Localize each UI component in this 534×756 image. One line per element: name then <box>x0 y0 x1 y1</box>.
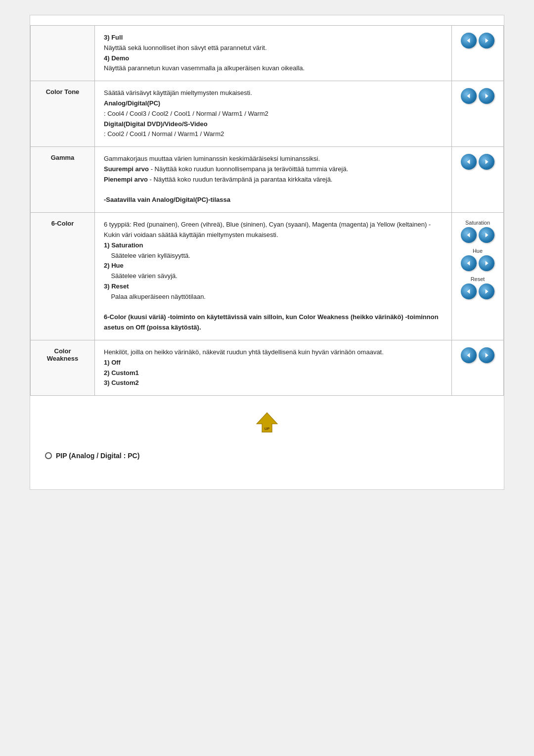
svg-marker-11 <box>486 289 489 294</box>
row-label-6color: 6-Color <box>31 213 95 340</box>
main-table: 3) Full Näyttää sekä luonnolliset ihon s… <box>30 25 504 396</box>
control-group-reset: Reset <box>461 276 494 299</box>
hue-control-label: Hue <box>473 248 483 254</box>
page: 3) Full Näyttää sekä luonnolliset ihon s… <box>30 15 504 490</box>
row-controls-color-weakness <box>452 340 504 395</box>
color-tone-analog-heading: Analog/Digital(PC) <box>104 99 160 107</box>
6color-saturation-desc: Säätelee värien kylläisyyttä. <box>104 252 190 259</box>
table-row: Color Tone Säätää värisävyt käyttäjän mi… <box>31 81 504 147</box>
btn-next-gamma[interactable] <box>479 154 494 170</box>
demo-heading: 4) Demo <box>104 54 129 62</box>
svg-marker-13 <box>486 353 489 358</box>
svg-marker-8 <box>467 261 470 266</box>
btn-pair-gamma <box>461 154 494 170</box>
row-content-6color: 6 tyyppiä: Red (punainen), Green (vihreä… <box>95 213 452 340</box>
svg-marker-1 <box>486 38 489 43</box>
row-content-color-tone: Säätää värisävyt käyttäjän mieltymysten … <box>95 81 452 147</box>
row-content-full-demo: 3) Full Näyttää sekä luonnolliset ihon s… <box>95 26 452 81</box>
svg-marker-6 <box>467 233 470 237</box>
btn-prev-gamma[interactable] <box>461 154 477 170</box>
svg-text:UP: UP <box>265 426 269 431</box>
row-controls-6color: Saturation Hue <box>452 213 504 340</box>
color-weakness-off: 1) Off <box>104 359 121 366</box>
svg-marker-2 <box>467 94 470 98</box>
6color-hue-heading: 2) Hue <box>104 262 124 269</box>
pip-circle-icon <box>45 452 52 459</box>
pip-label: PIP (Analog / Digital : PC) <box>45 452 489 460</box>
color-tone-label: Color Tone <box>46 88 80 95</box>
demo-desc: Näyttää parannetun kuvan vasemmalla ja a… <box>104 64 305 72</box>
row-content-color-weakness: Henkilöt, joilla on heikko värinäkö, näk… <box>95 340 452 395</box>
row-label-color-tone: Color Tone <box>31 81 95 147</box>
btn-next-saturation[interactable] <box>479 227 494 243</box>
btn-pair-full-demo <box>461 33 494 48</box>
control-group-hue: Hue <box>461 248 494 271</box>
btn-pair-saturation <box>461 227 494 243</box>
svg-marker-7 <box>486 233 489 237</box>
btn-prev-saturation[interactable] <box>461 227 477 243</box>
controls-6color-group: Saturation Hue <box>461 220 494 299</box>
gamma-desc1: Gammakorjaus muuttaa värien luminanssin … <box>104 155 320 162</box>
up-icon-section: UP <box>30 411 504 437</box>
color-weakness-custom1: 2) Custom1 <box>104 369 139 377</box>
pip-text: PIP (Analog / Digital : PC) <box>56 452 139 460</box>
svg-marker-9 <box>486 261 489 266</box>
btn-prev-reset[interactable] <box>461 284 477 299</box>
row-controls-gamma <box>452 147 504 213</box>
table-row: 3) Full Näyttää sekä luonnolliset ihon s… <box>31 26 504 81</box>
6color-reset-desc: Palaa alkuperäiseen näyttötilaan. <box>104 293 206 300</box>
color-tone-analog-values: : Cool4 / Cool3 / Cool2 / Cool1 / Normal… <box>104 110 268 117</box>
table-row: 6-Color 6 tyyppiä: Red (punainen), Green… <box>31 213 504 340</box>
btn-prev-color-tone[interactable] <box>461 88 477 104</box>
row-label-color-weakness: Color Weakness <box>31 340 95 395</box>
6color-hue-desc: Säätelee värien sävyjä. <box>104 272 178 280</box>
btn-pair-color-weakness <box>461 347 494 363</box>
6color-desc: 6 tyyppiä: Red (punainen), Green (vihreä… <box>104 221 431 238</box>
up-icon[interactable]: UP <box>255 411 279 435</box>
row-controls-color-tone <box>452 81 504 147</box>
btn-next-reset[interactable] <box>479 284 494 299</box>
row-controls-full-demo <box>452 26 504 81</box>
row-content-gamma: Gammakorjaus muuttaa värien luminanssin … <box>95 147 452 213</box>
full-heading: 3) Full <box>104 34 123 41</box>
color-weakness-desc: Henkilöt, joilla on heikko värinäkö, näk… <box>104 348 384 356</box>
gamma-label: Gamma <box>51 154 75 161</box>
color-tone-digital-values: : Cool2 / Cool1 / Normal / Warm1 / Warm2 <box>104 130 224 138</box>
btn-pair-reset <box>461 284 494 299</box>
row-label-gamma: Gamma <box>31 147 95 213</box>
svg-marker-5 <box>486 159 489 164</box>
row-label-empty <box>31 26 95 81</box>
6color-saturation-heading: 1) Saturation <box>104 241 143 249</box>
gamma-note: -Saatavilla vain Analog/Digital(PC)-tila… <box>104 196 230 203</box>
table-row: Gamma Gammakorjaus muuttaa värien lumina… <box>31 147 504 213</box>
btn-pair-color-tone <box>461 88 494 104</box>
btn-next-color-tone[interactable] <box>479 88 494 104</box>
svg-marker-10 <box>467 289 470 294</box>
color-weakness-custom2: 3) Custom2 <box>104 379 139 386</box>
gamma-smaller-label: Pienempi arvo <box>104 176 148 183</box>
6color-label: 6-Color <box>51 220 74 227</box>
6color-reset-heading: 3) Reset <box>104 283 129 290</box>
svg-marker-3 <box>486 94 489 98</box>
6color-note: 6-Color (kuusi väriä) -toiminto on käyte… <box>104 313 439 331</box>
btn-next-color-weakness[interactable] <box>479 347 494 363</box>
control-group-saturation: Saturation <box>461 220 494 243</box>
gamma-larger-label: Suurempi arvo <box>104 165 149 173</box>
color-tone-digital-heading: Digital(Digital DVD)/Video/S-Video <box>104 120 208 128</box>
saturation-control-label: Saturation <box>465 220 490 226</box>
btn-prev-full-demo[interactable] <box>461 33 477 48</box>
color-tone-desc1: Säätää värisävyt käyttäjän mieltymysten … <box>104 89 252 96</box>
pip-section: PIP (Analog / Digital : PC) <box>30 447 504 470</box>
color-weakness-label: Color Weakness <box>47 347 78 362</box>
gamma-larger-desc: - Näyttää koko ruudun luonnollisempana j… <box>151 165 349 173</box>
btn-next-full-demo[interactable] <box>479 33 494 48</box>
btn-prev-color-weakness[interactable] <box>461 347 477 363</box>
btn-pair-hue <box>461 255 494 271</box>
svg-marker-4 <box>467 159 470 164</box>
gamma-smaller-desc: - Näyttää koko ruudun terävämpänä ja par… <box>150 176 333 183</box>
btn-next-hue[interactable] <box>479 255 494 271</box>
btn-prev-hue[interactable] <box>461 255 477 271</box>
full-desc: Näyttää sekä luonnolliset ihon sävyt ett… <box>104 44 267 51</box>
svg-marker-12 <box>467 353 470 358</box>
reset-control-label: Reset <box>471 276 485 282</box>
